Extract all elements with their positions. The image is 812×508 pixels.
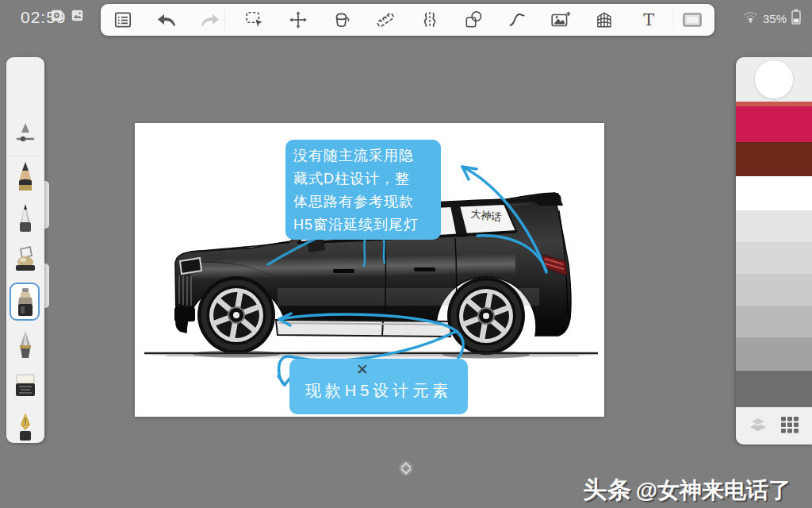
- color-swatch[interactable]: [736, 242, 812, 274]
- color-swatch[interactable]: [736, 306, 812, 337]
- transform-icon[interactable]: [286, 8, 310, 32]
- marker-brush-selected[interactable]: [12, 286, 39, 319]
- brush-panel: [6, 57, 44, 443]
- note-line: 藏式D柱设计，整: [293, 167, 433, 190]
- image-notification-icon: [71, 10, 83, 21]
- layer-menu-icon[interactable]: [111, 8, 135, 32]
- color-swatch[interactable]: [736, 371, 812, 407]
- annotation-note-bottom: ✕ 现款H5设计元素: [289, 359, 468, 414]
- symmetry-icon[interactable]: [418, 8, 442, 32]
- watermark: 头条 @女神来电话了: [583, 474, 791, 506]
- import-image-icon[interactable]: [549, 8, 573, 32]
- note-line: 体思路有参考现款: [293, 190, 433, 214]
- svg-text:T: T: [643, 10, 654, 29]
- ruler-icon[interactable]: [373, 8, 397, 32]
- wifi-icon: [743, 10, 758, 26]
- toolbar: T: [101, 4, 714, 36]
- battery-percent: 35%: [763, 12, 787, 25]
- redo-icon[interactable]: [198, 8, 222, 32]
- color-swatch[interactable]: [736, 210, 812, 242]
- watermark-handle: @女神来电话了: [636, 478, 791, 502]
- swatch-grid-icon[interactable]: [780, 416, 799, 436]
- text-icon[interactable]: T: [637, 8, 661, 32]
- airbrush-brush[interactable]: [12, 329, 39, 362]
- mechanical-pencil-brush[interactable]: [12, 202, 39, 235]
- canvas-frame-icon[interactable]: [680, 8, 704, 32]
- toolbar-divider: [224, 10, 225, 30]
- note-line: 没有随主流采用隐: [293, 144, 433, 167]
- palette-footer: [736, 407, 812, 444]
- annotation-note-top: 没有随主流采用隐 藏式D柱设计，整 体思路有参考现款 H5窗沿延续到尾灯: [285, 140, 441, 240]
- x-mark: ✕: [356, 360, 369, 379]
- layers-icon[interactable]: [749, 417, 768, 435]
- watermark-brand: 头条: [583, 476, 632, 502]
- brush-settings-icon[interactable]: [12, 117, 39, 151]
- toolbar-divider-2: [673, 10, 674, 30]
- ui-toggle-handle[interactable]: [393, 460, 419, 476]
- select-icon[interactable]: [243, 8, 266, 32]
- palette-header: [736, 57, 812, 102]
- pencil-brush[interactable]: [12, 160, 39, 194]
- stroke-curve-icon[interactable]: [505, 8, 529, 32]
- note-line: H5窗沿延续到尾灯: [293, 214, 433, 237]
- undo-icon[interactable]: [155, 8, 178, 32]
- note-text: 现款H5设计元素: [289, 380, 468, 402]
- color-swatch[interactable]: [736, 106, 812, 142]
- color-palette-panel: [736, 57, 812, 444]
- battery-icon: [791, 9, 801, 28]
- fill-icon[interactable]: [330, 8, 354, 32]
- color-swatch[interactable]: [736, 274, 812, 306]
- drawing-canvas[interactable]: 大神话 没有随主流采用隐 藏式D柱设计，整 体思路有参考现款 H5窗沿延续到尾灯…: [135, 123, 604, 417]
- color-swatch[interactable]: [736, 176, 812, 210]
- shapes-icon[interactable]: [462, 8, 485, 32]
- ink-pen-brush[interactable]: [12, 243, 39, 276]
- perspective-icon[interactable]: [592, 8, 616, 32]
- screenshot-notification-icon: [51, 10, 63, 21]
- fountain-pen-brush[interactable]: [12, 411, 39, 443]
- color-swatch[interactable]: [736, 142, 812, 176]
- eraser-brush[interactable]: [12, 371, 39, 404]
- color-swatch[interactable]: [736, 337, 812, 371]
- current-color-swatch[interactable]: [754, 60, 794, 99]
